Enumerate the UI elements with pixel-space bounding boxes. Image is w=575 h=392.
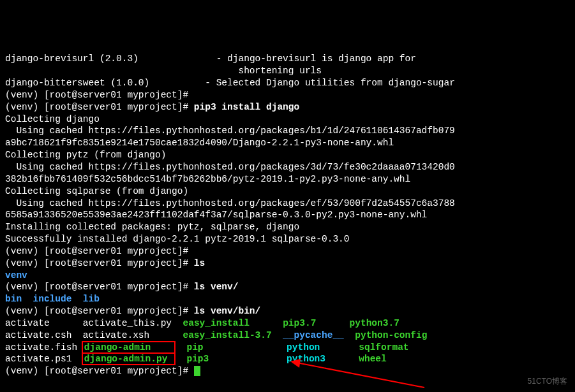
prompt-line: (venv) [root@server01 myproject]# ls ven… — [5, 306, 260, 316]
typed-command: ls venv/ — [194, 282, 239, 292]
output-line: 6585a91336520e5539e3ae2423ff1102daf4f3a7… — [5, 210, 427, 220]
prompt: (venv) [root@server01 myproject]# — [5, 306, 194, 316]
output-line: Collecting django — [5, 114, 100, 124]
terminal-output: django-brevisurl (2.0.3) - django-brevis… — [5, 53, 570, 377]
prompt-line: (venv) [root@server01 myproject]# ls ven… — [5, 282, 238, 292]
output-line: Using cached https://files.pythonhosted.… — [5, 162, 455, 172]
highlight-box: django-admin.py — [82, 352, 175, 365]
pkg-line: shortening urls — [5, 66, 322, 76]
file: easy_install — [183, 318, 249, 328]
output-line: Using cached https://files.pythonhosted.… — [5, 198, 455, 208]
output-line: Successfully installed django-2.2.1 pytz… — [5, 234, 350, 244]
prompt-line[interactable]: (venv) [root@server01 myproject]# — [5, 366, 200, 376]
pkg-line: django-bittersweet (1.0.0) - Selected Dj… — [5, 78, 455, 88]
ls-row: activate.fish django-admin pip python sq… — [5, 342, 409, 352]
file: activate.fish — [5, 342, 77, 352]
prompt-line: (venv) [root@server01 myproject]# ls — [5, 258, 205, 268]
typed-command: ls venv/bin/ — [194, 306, 260, 316]
prompt-line: (venv) [root@server01 myproject]# pip3 i… — [5, 102, 299, 112]
ls-row: activate.ps1 django-admin.py pip3 python… — [5, 354, 387, 364]
prompt: (venv) [root@server01 myproject]# — [5, 102, 194, 112]
output-line: Installing collected packages: pytz, sql… — [5, 222, 299, 232]
dir-name: lib — [83, 294, 100, 304]
file: python-config — [355, 330, 427, 340]
file: activate.csh — [5, 330, 71, 340]
file: django-admin — [84, 342, 151, 352]
output-line: Collecting pytz (from django) — [5, 150, 166, 160]
file: django-admin.py — [84, 354, 168, 364]
prompt: (venv) [root@server01 myproject]# — [5, 282, 194, 292]
output-line: Using cached https://files.pythonhosted.… — [5, 126, 455, 136]
prompt: (venv) [root@server01 myproject]# — [5, 258, 194, 268]
file: activate_this.py — [83, 318, 172, 328]
file: pip3 — [186, 354, 209, 364]
file: python3.7 — [350, 318, 400, 328]
ls-row: activate activate_this.py easy_install p… — [5, 318, 400, 328]
file: pip — [186, 342, 203, 352]
file: pip3.7 — [283, 318, 316, 328]
output-line: 382b16fbb761409f532c56bdcc514bf7b6262bb6… — [5, 174, 410, 184]
prompt: (venv) [root@server01 myproject]# — [5, 90, 188, 100]
file: sqlformat — [359, 342, 408, 352]
link-name: python3 — [287, 354, 325, 364]
file: easy_install-3.7 — [183, 330, 271, 340]
output-line: a9bc718621f9fc8351e9214e1750cae1832d4090… — [5, 138, 394, 148]
ls-row: activate.csh activate.xsh easy_install-3… — [5, 330, 427, 340]
cursor-icon — [194, 366, 200, 376]
file: activate — [5, 318, 50, 328]
prompt: (venv) [root@server01 myproject]# — [5, 366, 194, 376]
file: activate.xsh — [83, 330, 149, 340]
pkg-line: django-brevisurl (2.0.3) - django-brevis… — [5, 54, 416, 64]
typed-command: ls — [194, 258, 205, 268]
dir-name: venv — [5, 270, 27, 280]
highlight-box: django-admin — [82, 341, 175, 354]
watermark-text: 51CTO博客 — [528, 377, 567, 387]
dir-name: __pycache__ — [283, 330, 344, 340]
dir-name: include — [33, 294, 72, 304]
prompt: (venv) [root@server01 myproject]# — [5, 246, 188, 256]
file: wheel — [359, 354, 387, 364]
link-name: python — [287, 342, 320, 352]
typed-command: pip3 install django — [194, 102, 299, 112]
file: activate.ps1 — [5, 354, 71, 364]
output-line: Collecting sqlparse (from django) — [5, 186, 188, 196]
ls-output: bin include lib — [5, 294, 100, 304]
dir-name: bin — [5, 294, 22, 304]
